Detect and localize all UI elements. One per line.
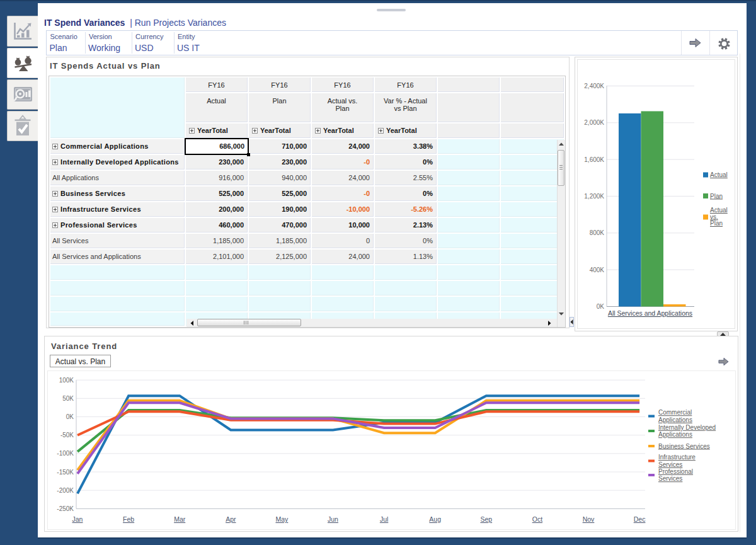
svg-text:800K: 800K — [590, 229, 605, 236]
svg-text:Services: Services — [658, 475, 682, 482]
svg-text:Sep: Sep — [480, 515, 492, 523]
svg-text:Commercial: Commercial — [658, 409, 692, 416]
svg-text:Jan: Jan — [72, 515, 83, 523]
svg-text:Business Services: Business Services — [658, 443, 710, 450]
svg-text:50K: 50K — [62, 395, 74, 402]
svg-text:Jun: Jun — [328, 515, 338, 523]
svg-text:-100K: -100K — [57, 450, 74, 457]
svg-text:0K: 0K — [66, 413, 74, 420]
svg-text:2,400K: 2,400K — [584, 83, 604, 89]
svg-text:Infrastructure: Infrastructure — [658, 454, 696, 461]
svg-text:Mar: Mar — [174, 515, 186, 523]
svg-text:0K: 0K — [597, 303, 605, 310]
svg-text:Nov: Nov — [583, 515, 595, 523]
svg-text:-200K: -200K — [57, 487, 74, 494]
svg-text:Jul: Jul — [380, 515, 388, 523]
svg-text:400K: 400K — [590, 267, 605, 273]
svg-text:All Services and Applications: All Services and Applications — [608, 309, 692, 317]
svg-text:Dec: Dec — [634, 515, 646, 523]
svg-text:Services: Services — [658, 461, 682, 468]
svg-text:Plan: Plan — [710, 220, 723, 227]
svg-text:1,600K: 1,600K — [584, 156, 604, 163]
svg-text:Internally Developed: Internally Developed — [658, 424, 716, 431]
svg-text:Applications: Applications — [658, 416, 692, 423]
svg-text:Oct: Oct — [532, 515, 542, 523]
svg-text:Professional: Professional — [658, 468, 693, 475]
svg-text:-150K: -150K — [57, 469, 74, 476]
svg-text:2,000K: 2,000K — [584, 119, 604, 126]
svg-text:May: May — [275, 515, 289, 523]
svg-text:Feb: Feb — [123, 515, 134, 523]
svg-text:Actual: Actual — [710, 207, 728, 214]
svg-text:100K: 100K — [59, 377, 74, 384]
svg-text:-50K: -50K — [60, 432, 74, 439]
svg-text:Actual: Actual — [710, 171, 728, 178]
svg-text:Applications: Applications — [658, 431, 692, 438]
svg-text:Plan: Plan — [710, 193, 723, 200]
svg-text:vs.: vs. — [710, 214, 718, 221]
svg-text:Apr: Apr — [226, 515, 236, 523]
svg-text:Aug: Aug — [429, 515, 441, 523]
svg-text:1,200K: 1,200K — [584, 193, 604, 200]
svg-text:-250K: -250K — [57, 505, 74, 512]
